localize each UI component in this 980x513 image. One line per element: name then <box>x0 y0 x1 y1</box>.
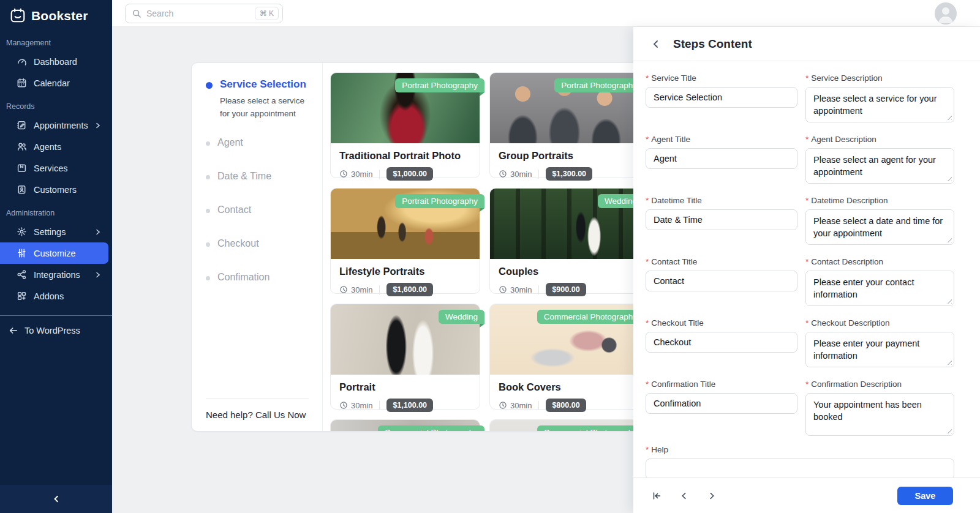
service-duration: 30min <box>510 401 532 410</box>
step-title: Contact <box>217 204 251 215</box>
required-marker: * <box>646 196 649 205</box>
service-photo: Commercial Photography <box>490 304 639 375</box>
sidebar-item-integrations[interactable]: Integrations <box>0 264 112 285</box>
addons-grid-icon <box>17 291 27 301</box>
share-nodes-icon <box>17 269 27 280</box>
sidebar-item-customize[interactable]: Customize <box>0 242 108 264</box>
meta-divider <box>538 285 539 294</box>
step-confirmation[interactable]: Confimation <box>206 272 311 283</box>
service-price: $1,100.00 <box>386 399 433 412</box>
search-shortcut-badge: ⌘ K <box>255 7 279 20</box>
category-tag: Commercial Photography <box>537 310 644 324</box>
chevron-left-icon <box>680 492 688 500</box>
sidebar-item-settings[interactable]: Settings <box>0 221 112 242</box>
gauge-icon <box>17 56 27 67</box>
customers-icon <box>17 184 27 195</box>
sidebar-item-calendar[interactable]: Calendar <box>0 72 112 94</box>
app-title: Bookster <box>31 9 88 23</box>
sidebar-item-dashboard[interactable]: Dashboard <box>0 51 112 72</box>
required-marker: * <box>805 196 809 205</box>
datetime-title-input[interactable] <box>646 209 797 230</box>
service-card-lifestyle-portraits[interactable]: Portrait Photography Lifestyle Portraits… <box>330 188 480 294</box>
required-marker: * <box>646 257 649 266</box>
category-tag: Wedding <box>439 310 484 324</box>
meta-divider <box>379 285 380 294</box>
sidebar-item-label: Customers <box>34 185 77 195</box>
search-input[interactable] <box>146 9 255 18</box>
service-price: $900.00 <box>546 283 586 296</box>
to-wordpress-link[interactable]: To WordPress <box>0 316 112 342</box>
step-agent[interactable]: Agent <box>206 137 311 148</box>
steps-content-panel: Steps Content *Service Title *Service De… <box>633 27 980 513</box>
sidebar-item-addons[interactable]: Addons <box>0 285 112 307</box>
step-bullet <box>206 242 210 247</box>
service-card-portrait[interactable]: Wedding Portrait 30min $1,100.00 <box>330 304 480 410</box>
sidebar-item-agents[interactable]: Agents <box>0 136 112 157</box>
step-bullet <box>206 209 210 213</box>
service-card-partial-2[interactable]: Commercial Photography <box>489 419 639 432</box>
service-description-textarea[interactable]: Please select a service for your appoint… <box>805 87 954 122</box>
category-tag: Commercial Photography <box>537 425 644 432</box>
gear-icon <box>17 227 27 237</box>
clock-icon <box>499 401 507 410</box>
meta-divider <box>538 401 539 410</box>
back-button[interactable] <box>648 36 664 52</box>
service-photo: Portrait Photography <box>331 73 480 143</box>
field-label-contact-title: *Contact Title <box>646 257 797 266</box>
sidebar-item-customers[interactable]: Customers <box>0 179 112 200</box>
service-title: Couples <box>499 266 630 277</box>
step-service-selection[interactable]: Service Selection Please select a servic… <box>206 78 311 121</box>
datetime-description-textarea[interactable]: Please select a date and time for your a… <box>805 209 954 245</box>
sidebar-item-appointments[interactable]: Appointments <box>0 114 112 136</box>
save-button[interactable]: Save <box>897 487 953 505</box>
service-card-traditional-portrait[interactable]: Portrait Photography Traditional Portrai… <box>330 72 480 178</box>
agent-title-input[interactable] <box>646 148 797 169</box>
first-page-button[interactable] <box>650 489 663 503</box>
user-avatar[interactable] <box>935 2 957 24</box>
confirmation-title-input[interactable] <box>646 393 797 414</box>
sidebar-item-label: Integrations <box>34 270 80 280</box>
steps-divider <box>206 399 309 399</box>
next-page-button[interactable] <box>705 489 718 503</box>
service-price: $800.00 <box>546 399 586 412</box>
service-photo: Portrait Photography <box>331 189 480 259</box>
step-checkout[interactable]: Checkout <box>206 238 311 249</box>
step-contact[interactable]: Contact <box>206 204 311 215</box>
service-title-input[interactable] <box>646 87 797 108</box>
service-card-couples[interactable]: Wedding Couples 30min $900.00 <box>489 188 639 294</box>
checkout-description-textarea[interactable]: Please enter your payment information <box>805 332 954 367</box>
topbar: ⌘ K <box>112 0 980 27</box>
service-photo: Commercial Photography <box>331 420 480 432</box>
required-marker: * <box>805 318 809 328</box>
sidebar-item-services[interactable]: Services <box>0 157 112 179</box>
chevron-right-icon <box>95 229 101 235</box>
checkout-title-input[interactable] <box>646 332 797 353</box>
confirmation-description-textarea[interactable]: Your appointment has been booked <box>805 393 954 436</box>
step-date-time[interactable]: Date & Time <box>206 171 311 182</box>
service-price: $1,000.00 <box>386 167 433 181</box>
service-photo: Portrait Photography <box>490 73 639 143</box>
sidebar-item-label: Calendar <box>34 78 70 88</box>
panel-body: *Service Title *Service Description Plea… <box>633 61 980 477</box>
service-photo: Wedding <box>331 304 480 375</box>
pager <box>650 489 718 503</box>
contact-description-textarea[interactable]: Please enter your contact information <box>805 271 954 306</box>
meta-divider <box>379 170 380 179</box>
nav-section-administration: Administration <box>0 200 112 221</box>
service-card-partial-1[interactable]: Commercial Photography <box>330 419 480 432</box>
service-card-group-portraits[interactable]: Portrait Photography Group Portraits 30m… <box>489 72 639 178</box>
service-price: $1,600.00 <box>386 283 433 296</box>
required-marker: * <box>805 380 809 389</box>
clock-icon <box>339 401 348 410</box>
service-duration: 30min <box>510 285 532 294</box>
required-marker: * <box>646 380 649 389</box>
contact-title-input[interactable] <box>646 271 797 291</box>
chevron-left-icon <box>53 495 60 503</box>
sidebar-collapse-button[interactable] <box>0 485 112 513</box>
field-label-help: *Help <box>646 445 954 454</box>
agent-description-textarea[interactable]: Please select an agent for your appointm… <box>805 148 954 184</box>
help-input[interactable] <box>646 459 954 477</box>
global-search[interactable]: ⌘ K <box>125 4 283 23</box>
previous-page-button[interactable] <box>677 489 691 503</box>
service-card-book-covers[interactable]: Commercial Photography Book Covers 30min… <box>489 304 639 410</box>
